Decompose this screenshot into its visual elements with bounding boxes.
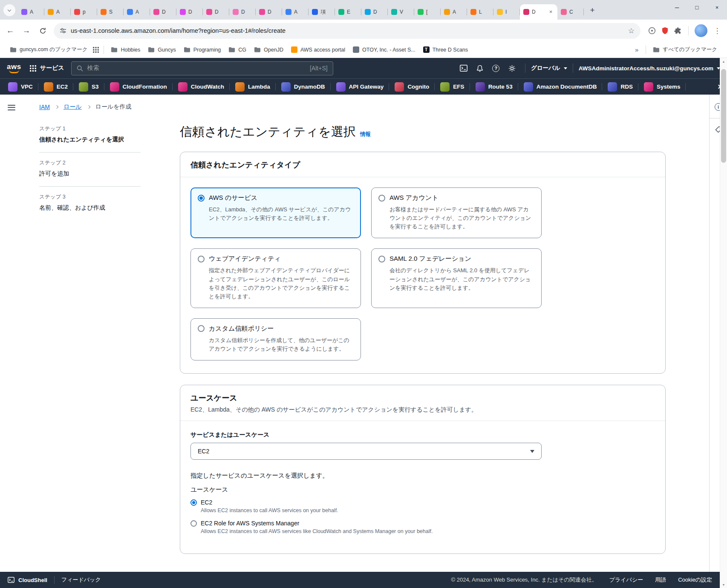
browser-tab[interactable]: D ×	[229, 4, 256, 20]
trusted-entity-option[interactable]: SAML 2.0 フェデレーション 会社のディレクトリから SAML 2.0 を…	[371, 248, 542, 308]
service-shortcut[interactable]: DynamoDB	[276, 79, 331, 95]
bookmark-item[interactable]: T Three D Scans	[419, 45, 472, 55]
bookmark-item[interactable]: Programing	[180, 45, 225, 55]
service-shortcut[interactable]: Route 53	[470, 79, 518, 95]
region-selector[interactable]: グローバル	[531, 64, 567, 72]
service-shortcut[interactable]: EFS	[435, 79, 470, 95]
browser-menu-icon[interactable]: ⋮	[712, 26, 723, 35]
trusted-entity-option[interactable]: AWS アカウント お客様またはサードパーティーに属する他の AWS アカウント…	[371, 187, 542, 238]
browser-tab[interactable]: A ×	[282, 4, 309, 20]
sidebar-toggle-button[interactable]	[8, 105, 15, 110]
service-shortcut[interactable]: Lambda	[230, 79, 276, 95]
bookmark-star-icon[interactable]: ☆	[628, 26, 635, 35]
radio-button[interactable]	[198, 195, 205, 202]
trusted-entity-option[interactable]: AWS のサービス EC2、Lambda、その他の AWS サービスが、このアカ…	[190, 187, 361, 238]
window-close-button[interactable]: ×	[707, 0, 727, 14]
step-3-item[interactable]: ステップ 3 名前、確認、および作成	[39, 186, 141, 220]
use-case-option[interactable]: EC2 Allows EC2 instances to call AWS ser…	[190, 499, 655, 513]
info-link[interactable]: 情報	[360, 131, 371, 138]
bookmark-item[interactable]: Hobbies	[107, 45, 144, 55]
radio-button[interactable]	[378, 256, 385, 262]
browser-tab[interactable]: D ×	[176, 4, 203, 20]
service-shortcut[interactable]: API Gateway	[331, 79, 389, 95]
bookmark-item[interactable]: AWS access portal	[287, 45, 349, 55]
browser-tab[interactable]: L ×	[467, 4, 493, 20]
radio-button[interactable]	[190, 520, 197, 527]
password-manager-icon[interactable]	[648, 27, 656, 35]
cloudshell-button[interactable]: CloudShell	[8, 577, 47, 583]
privacy-link[interactable]: プライバシー	[609, 576, 643, 584]
bookmark-item-root[interactable]: guncys.com のブックマーク	[6, 44, 91, 55]
scroll-down-arrow[interactable]: ▼	[720, 581, 727, 588]
browser-tab[interactable]: 項 ×	[309, 4, 335, 20]
browser-tab[interactable]: D ×	[361, 4, 388, 20]
cloudshell-icon[interactable]	[456, 61, 471, 75]
service-shortcut[interactable]: CloudWatch	[173, 79, 230, 95]
service-shortcut[interactable]: EC2	[38, 79, 73, 95]
browser-tab[interactable]: C ×	[557, 4, 584, 20]
browser-tab[interactable]: p ×	[71, 4, 97, 20]
window-minimize-button[interactable]: ─	[667, 0, 687, 14]
browser-tab[interactable]: A ×	[44, 4, 71, 20]
breadcrumb-roles-link[interactable]: ロール	[63, 103, 82, 111]
scrollbar-thumb[interactable]	[721, 69, 726, 163]
radio-button[interactable]	[198, 256, 205, 262]
back-button[interactable]: ←	[3, 23, 18, 38]
service-shortcut[interactable]: CloudFormation	[104, 79, 173, 95]
trusted-entity-option[interactable]: カスタム信頼ポリシー カスタム信頼ポリシーを作成して、他のユーザーがこのアカウン…	[190, 318, 361, 360]
service-shortcut[interactable]: RDS	[602, 79, 638, 95]
aws-logo[interactable]: aws	[7, 63, 21, 73]
adblock-icon[interactable]	[661, 27, 669, 35]
service-shortcut[interactable]: VPC	[3, 79, 38, 95]
browser-tab[interactable]: A ×	[124, 4, 150, 20]
service-shortcut[interactable]: S3	[73, 79, 104, 95]
address-bar[interactable]: us-east-1.console.aws.amazon.com/iam/hom…	[54, 23, 640, 39]
service-shortcut[interactable]: Systems	[638, 79, 686, 95]
radio-button[interactable]	[190, 499, 197, 506]
browser-tab[interactable]: D ×	[256, 4, 282, 20]
tab-search-button[interactable]	[3, 4, 15, 16]
trusted-entity-option[interactable]: ウェブアイデンティティ 指定された外部ウェブアイデンティティプロバイダーによって…	[190, 248, 361, 308]
apps-grid-icon[interactable]	[93, 47, 99, 53]
use-case-option[interactable]: EC2 Role for AWS Systems Manager Allows …	[190, 520, 655, 534]
browser-tab[interactable]: I ×	[493, 4, 520, 20]
account-menu[interactable]: AWSAdministratorAccess/h.suzuki@guncys.c…	[579, 65, 720, 72]
browser-tab[interactable]: A ×	[18, 4, 44, 20]
forward-button[interactable]: →	[19, 23, 34, 38]
service-shortcut[interactable]: Cognito	[389, 79, 435, 95]
window-maximize-button[interactable]: □	[687, 0, 707, 14]
browser-tab[interactable]: D ×	[520, 4, 557, 20]
browser-tab[interactable]: D ×	[150, 4, 176, 20]
browser-tab[interactable]: D ×	[203, 4, 229, 20]
services-menu-button[interactable]: サービス	[30, 64, 64, 72]
browser-tab[interactable]: S ×	[97, 4, 124, 20]
bookmark-item[interactable]: Guncys	[144, 45, 179, 55]
all-bookmarks-button[interactable]: すべてのブックマーク	[649, 44, 721, 55]
settings-gear-icon[interactable]	[505, 61, 519, 75]
bookmark-item[interactable]: OTOY, Inc. - Asset S...	[349, 45, 419, 55]
breadcrumb-iam-link[interactable]: IAM	[39, 104, 50, 110]
service-select[interactable]: EC2	[190, 443, 542, 460]
bookmarks-overflow-icon[interactable]: »	[631, 46, 643, 53]
cookie-settings-link[interactable]: Cookieの設定	[678, 576, 712, 584]
step-1-item[interactable]: ステップ 1 信頼されたエンティティを選択	[39, 124, 141, 152]
scroll-up-arrow[interactable]: ▲	[720, 58, 727, 65]
radio-button[interactable]	[378, 195, 385, 202]
console-search-input[interactable]: 検索 [Alt+S]	[71, 61, 333, 75]
terms-link[interactable]: 用語	[655, 576, 666, 584]
page-scrollbar[interactable]: ▲ ▼	[720, 58, 727, 588]
browser-tab[interactable]: [ ×	[414, 4, 441, 20]
help-icon[interactable]: ?	[489, 61, 503, 75]
extensions-icon[interactable]	[674, 27, 681, 35]
url-text[interactable]: us-east-1.console.aws.amazon.com/iam/hom…	[71, 27, 624, 34]
notifications-bell-icon[interactable]	[473, 61, 487, 75]
browser-tab[interactable]: V ×	[388, 4, 414, 20]
bookmark-item[interactable]: CG	[225, 45, 250, 55]
site-settings-icon[interactable]	[60, 27, 66, 34]
bookmark-item[interactable]: OpenJD	[250, 45, 287, 55]
feedback-link[interactable]: フィードバック	[61, 576, 101, 584]
browser-tab[interactable]: E ×	[335, 4, 361, 20]
service-shortcut[interactable]: Amazon DocumentDB	[518, 79, 603, 95]
reload-button[interactable]	[35, 23, 50, 38]
new-tab-button[interactable]: +	[586, 4, 598, 16]
